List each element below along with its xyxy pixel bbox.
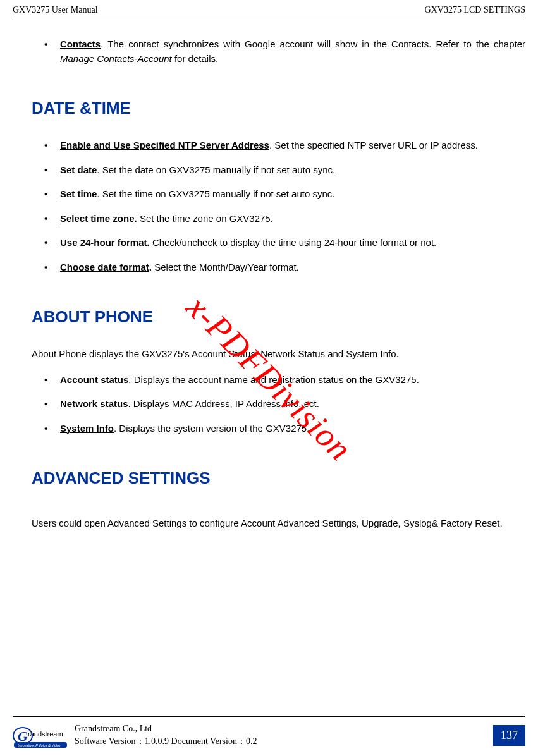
about-intro: About Phone displays the GXV3275's Accou… <box>32 347 525 362</box>
bullet-ref: Manage Contacts-Account <box>60 53 172 64</box>
item-text: . Displays MAC Address, IP Address info,… <box>128 398 319 409</box>
date-item: Select time zone. Set the time zone on G… <box>60 212 525 226</box>
bullet-text2: for details. <box>172 53 218 64</box>
item-text: Select the Month/Day/Year format. <box>154 262 299 272</box>
date-item: Choose date format. Select the Month/Day… <box>60 260 525 275</box>
item-label: Set time <box>60 188 97 199</box>
advanced-text: Users could open Advanced Settings to co… <box>32 511 525 535</box>
item-text: . Displays the system version of the GXV… <box>114 423 309 434</box>
about-item: Network status. Displays MAC Address, IP… <box>60 397 525 412</box>
about-item: System Info. Displays the system version… <box>60 422 525 436</box>
page-content: Contacts. The contact synchronizes with … <box>0 18 538 535</box>
svg-text:G: G <box>18 728 28 744</box>
item-text: Set the date on GXV3275 manually if not … <box>102 164 336 175</box>
date-item: Set date. Set the date on GXV3275 manual… <box>60 163 525 178</box>
item-text: Check/uncheck to display the time using … <box>152 237 436 248</box>
heading-advanced-settings: ADVANCED SETTINGS <box>32 466 525 491</box>
item-label: Set date <box>60 164 97 175</box>
intro-bullet-list: Contacts. The contact synchronizes with … <box>32 37 525 66</box>
page-footer: G randstream Innovative IP Voice & Video… <box>13 719 525 751</box>
svg-text:Innovative IP Voice & Video: Innovative IP Voice & Video <box>18 743 60 747</box>
item-label: Use 24-hour format <box>60 237 147 248</box>
header-right: GXV3275 LCD SETTINGS <box>425 5 525 15</box>
header-left: GXV3275 User Manual <box>13 5 98 15</box>
item-label: Choose date format <box>60 262 149 272</box>
footer-text: Grandstream Co., Ltd Software Version：1.… <box>75 722 493 747</box>
footer-version: Software Version：1.0.0.9 Document Versio… <box>75 735 493 748</box>
date-item: Enable and Use Specified NTP Server Addr… <box>60 138 525 153</box>
about-item: Account status. Displays the account nam… <box>60 373 525 387</box>
page-header: GXV3275 User Manual GXV3275 LCD SETTINGS <box>0 0 538 18</box>
bullet-text1: . The contact synchronizes with Google a… <box>101 39 525 49</box>
bullet-contacts: Contacts. The contact synchronizes with … <box>60 37 525 66</box>
date-time-list: Enable and Use Specified NTP Server Addr… <box>32 138 525 274</box>
item-text: . Displays the account name and registra… <box>128 374 419 385</box>
date-item: Use 24-hour format. Check/uncheck to dis… <box>60 236 525 250</box>
page-number: 137 <box>493 725 525 746</box>
item-text: Set the time zone on GXV3275. <box>140 213 273 224</box>
item-label: Account status <box>60 374 128 385</box>
about-phone-list: Account status. Displays the account nam… <box>32 373 525 436</box>
item-label: Network status <box>60 398 128 409</box>
item-label: Select time zone <box>60 213 135 224</box>
date-item: Set time. Set the time on GXV3275 manual… <box>60 187 525 202</box>
item-text: Set the time on GXV3275 manually if not … <box>102 188 335 199</box>
heading-about-phone: ABOUT PHONE <box>32 305 525 329</box>
heading-date-time: DATE &TIME <box>32 96 525 121</box>
item-label: Enable and Use Specified NTP Server Addr… <box>60 140 269 150</box>
footer-company: Grandstream Co., Ltd <box>75 722 493 735</box>
bullet-label: Contacts <box>60 39 101 49</box>
svg-text:randstream: randstream <box>28 730 63 738</box>
item-text: Set the specified NTP server URL or IP a… <box>274 140 478 150</box>
footer-divider <box>13 716 525 717</box>
item-label: System Info <box>60 423 114 434</box>
grandstream-logo: G randstream Innovative IP Voice & Video <box>13 722 68 748</box>
